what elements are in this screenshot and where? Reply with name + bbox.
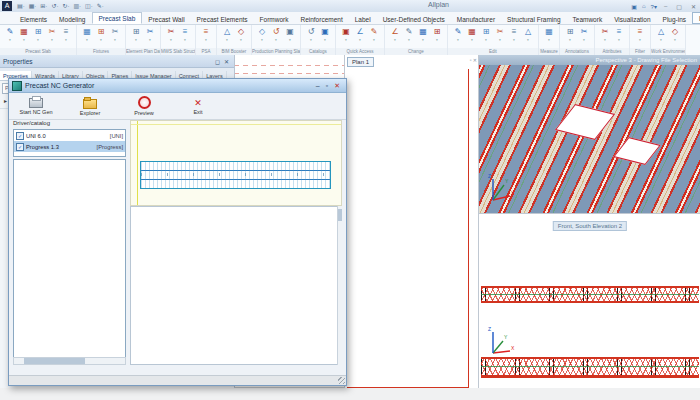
plan-view[interactable]: Plan 1 ▫ ✕ — [344, 55, 479, 388]
dialog-minimize-button[interactable]: – — [313, 82, 323, 89]
help-icon[interactable]: ?▾ — [651, 3, 657, 10]
redo-icon[interactable]: ↻· — [62, 1, 69, 12]
tools-icon[interactable]: ✎· — [97, 1, 104, 12]
ribbon-tool-icon[interactable]: ▣▾ — [319, 26, 332, 45]
layout-icon[interactable]: ◫· — [85, 1, 93, 12]
dialog-title-bar[interactable]: Precast NC Generator – ▫ ✕ — [9, 79, 346, 93]
ribbon-tool-icon[interactable]: ⊞▾ — [130, 26, 143, 45]
ribbon-tab-structural-framing[interactable]: Structural Framing — [501, 14, 566, 24]
ribbon-tool-icon[interactable]: ↺▾ — [270, 26, 283, 45]
grid-icon[interactable]: ▥· — [73, 1, 81, 12]
scrollbar-thumb[interactable] — [338, 209, 342, 221]
isometric-view[interactable]: Perspective 3 - Drawing File Selection X… — [478, 55, 700, 213]
ribbon-tool-icon[interactable]: ✂▾ — [109, 26, 122, 45]
ribbon-tool-icon[interactable]: ◇▾ — [235, 26, 248, 45]
ribbon-tool-icon[interactable]: ▦▾ — [417, 26, 430, 45]
preview-button[interactable]: Preview — [119, 94, 169, 118]
exit-button[interactable]: ✕Exit — [173, 94, 223, 118]
ribbon-tool-icon[interactable]: ▣▾ — [284, 26, 297, 45]
plan-view-tab[interactable]: Plan 1 — [347, 57, 374, 67]
pin-icon[interactable]: ◻ — [213, 58, 222, 65]
pxml-text-view[interactable] — [130, 206, 342, 365]
ribbon-tool-icon[interactable]: ▦▾ — [543, 26, 556, 45]
ribbon-tab-layout-editor[interactable]: Layout Editor — [692, 12, 700, 24]
ribbon-tool-icon[interactable]: △▾ — [522, 26, 535, 45]
ribbon-tab-teamwork[interactable]: Teamwork — [567, 14, 609, 24]
isometric-view-title[interactable]: Perspective 3 - Drawing File Selection — [479, 55, 700, 65]
isometric-canvas[interactable]: X Y Z — [479, 65, 700, 213]
ribbon-tool-icon[interactable]: ≡▾ — [508, 26, 521, 45]
ribbon-tool-icon[interactable]: ⊞▾ — [480, 26, 493, 45]
explorer-button[interactable]: Explorer — [65, 94, 115, 118]
ribbon-tool-icon[interactable]: ≡▾ — [200, 26, 213, 45]
ribbon-tab-user-defined-objects[interactable]: User-Defined Objects — [377, 14, 451, 24]
ribbon-tool-icon[interactable]: ∠▾ — [354, 26, 367, 45]
xml-scrollbar[interactable] — [337, 206, 342, 365]
status-fields — [348, 388, 698, 400]
elevation-view-label[interactable]: Front, South Elevation 2 — [553, 221, 627, 231]
undo-icon[interactable]: ↺· — [51, 1, 58, 12]
ribbon-tool-icon[interactable]: ▦▾ — [18, 26, 31, 45]
plan-view-controls[interactable]: ▫ ✕ — [470, 57, 477, 63]
dialog-maximize-button[interactable]: ▫ — [323, 82, 331, 89]
dialog-close-button[interactable]: ✕ — [331, 82, 343, 90]
start-nc-gen-button[interactable]: Start NC Gen — [11, 94, 61, 118]
ribbon-tool-icon[interactable]: ▦▾ — [81, 26, 94, 45]
ribbon-tab-reinforcement[interactable]: Reinforcement — [294, 14, 348, 24]
ribbon-tool-icon[interactable]: ≡▾ — [179, 26, 192, 45]
ribbon-tool-icon[interactable]: ⊞▾ — [95, 26, 108, 45]
app-menu-button[interactable]: A — [2, 1, 12, 11]
ribbon-tool-icon[interactable]: ✎▾ — [403, 26, 416, 45]
ribbon-tool-icon[interactable]: ✎▾ — [368, 26, 381, 45]
shop-icon[interactable]: ⌂ — [642, 3, 646, 9]
ribbon-tool-icon[interactable]: ▣▾ — [340, 26, 353, 45]
ribbon-tool-icon[interactable]: ✂▾ — [578, 26, 591, 45]
allplan-connect-icon[interactable]: ▣ — [631, 3, 637, 10]
maximize-button[interactable]: ▢ — [674, 3, 684, 10]
scrollbar-thumb[interactable] — [24, 358, 85, 364]
ribbon-tab-precast-elements[interactable]: Precast Elements — [191, 14, 254, 24]
ribbon-tool-icon[interactable]: ✂▾ — [599, 26, 612, 45]
ribbon-tool-icon[interactable]: ✂▾ — [144, 26, 157, 45]
ribbon-tab-label[interactable]: Label — [349, 14, 377, 24]
ribbon-tab-elements[interactable]: Elements — [14, 14, 53, 24]
ribbon-tool-icon[interactable]: ≡▾ — [613, 26, 626, 45]
checkbox[interactable]: ✓ — [16, 132, 24, 140]
ribbon-tool-icon[interactable]: ✂▾ — [494, 26, 507, 45]
ribbon-tool-icon[interactable]: ▦▾ — [466, 26, 479, 45]
minimize-button[interactable]: – — [662, 3, 669, 9]
ribbon-tool-icon[interactable]: △▾ — [221, 26, 234, 45]
close-icon[interactable]: ✕ — [222, 58, 231, 65]
ribbon-tool-icon[interactable]: ✂▾ — [46, 26, 59, 45]
ribbon-tab-plug-ins[interactable]: Plug-ins — [657, 14, 692, 24]
ribbon-tool-icon[interactable]: ✎▾ — [4, 26, 17, 45]
ribbon-tool-icon[interactable]: △▾ — [655, 26, 668, 45]
ribbon-tool-icon[interactable]: ∠▾ — [389, 26, 402, 45]
ribbon-tab-precast-wall[interactable]: Precast Wall — [142, 14, 190, 24]
ribbon-tool-icon[interactable]: ◇▾ — [669, 26, 682, 45]
print-icon[interactable]: ⊞· — [40, 1, 47, 12]
ribbon-tool-icon[interactable]: ↺▾ — [305, 26, 318, 45]
resize-grip[interactable] — [338, 377, 345, 384]
elevation-view[interactable]: Front, South Elevation 2 X Y Z — [478, 213, 700, 388]
ribbon-tool-icon[interactable]: ⊞▾ — [32, 26, 45, 45]
ribbon-tab-formwork[interactable]: Formwork — [254, 14, 295, 24]
ribbon-tool-icon[interactable]: ≡▾ — [634, 26, 647, 45]
close-button[interactable]: ✕ — [689, 3, 698, 10]
ribbon-tool-icon[interactable]: ≡▾ — [60, 26, 73, 45]
ribbon-tab-modeling[interactable]: Modeling — [53, 14, 91, 24]
ribbon-tool-icon[interactable]: ⊞▾ — [431, 26, 444, 45]
ribbon-tab-precast-slab[interactable]: Precast Slab — [92, 12, 143, 24]
driver-row[interactable]: ✓UNI 6.0[UNI] — [14, 130, 125, 141]
ribbon-tool-icon[interactable]: ⊞▾ — [564, 26, 577, 45]
checkbox[interactable]: ✓ — [16, 143, 24, 151]
ribbon-tab-visualization[interactable]: Visualization — [608, 14, 656, 24]
driver-row[interactable]: ✓Progress 1.3[Progress] — [14, 141, 125, 152]
ribbon-tool-icon[interactable]: ◇▾ — [256, 26, 269, 45]
ribbon-tool-icon[interactable]: ✂▾ — [165, 26, 178, 45]
ribbon-tool-icon[interactable]: ✎▾ — [452, 26, 465, 45]
save-icon[interactable]: ▦· — [29, 1, 37, 12]
tree-horizontal-scrollbar[interactable] — [13, 357, 126, 365]
ribbon-tab-manufacturer[interactable]: Manufacturer — [451, 14, 501, 24]
menu-icon[interactable]: ▤· — [17, 1, 25, 12]
